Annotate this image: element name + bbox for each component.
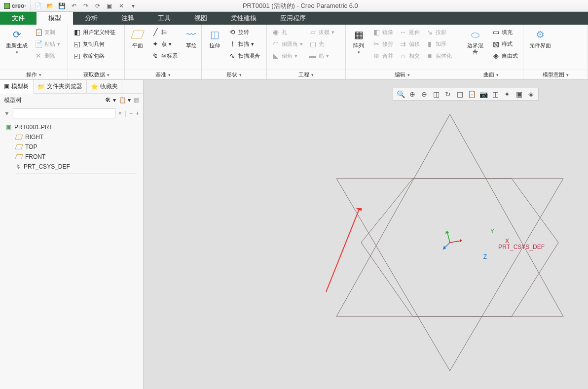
copy-geom-button[interactable]: ◱复制几何: [71, 38, 117, 49]
open-icon[interactable]: 📂: [46, 2, 54, 10]
new-icon[interactable]: 📄: [35, 2, 42, 10]
udf-button[interactable]: ◧用户定义特征: [71, 27, 117, 37]
tree-plane-front[interactable]: FRONT: [6, 152, 137, 162]
paste-button[interactable]: 📄粘贴 ▾: [33, 38, 62, 49]
datum-display-icon[interactable]: ✦: [502, 89, 513, 99]
freestyle-button[interactable]: ◈自由式: [490, 50, 520, 61]
save-icon[interactable]: 💾: [58, 2, 66, 10]
fill-button[interactable]: ▭填充: [490, 27, 520, 37]
chamfer-button[interactable]: ◣倒角 ▾: [270, 50, 305, 61]
tree-plane-right[interactable]: RIGHT: [6, 132, 137, 142]
csys-icon: ↯: [16, 163, 21, 170]
tab-apps[interactable]: 应用程序: [268, 12, 318, 25]
collapse-icon[interactable]: −: [129, 110, 133, 117]
axis-button[interactable]: ╱轴: [149, 27, 180, 37]
group-eng[interactable]: 工程: [267, 70, 345, 79]
sweep-blend-button[interactable]: ∿扫描混合: [226, 50, 262, 61]
tab-annotate[interactable]: 注释: [110, 12, 146, 25]
redo-icon[interactable]: ↷: [82, 2, 90, 10]
dropdown-icon[interactable]: ▾: [129, 2, 137, 10]
clear-icon[interactable]: ×: [118, 110, 122, 117]
graphics-canvas[interactable]: 🔍 ⊕ ⊖ ◫ ↻ ◳ 📋 📷 ◫ ✦ ▣ ◈: [144, 80, 588, 389]
group-ops[interactable]: 操作: [0, 70, 68, 79]
draft-button[interactable]: ▱拔模 ▾: [307, 27, 336, 37]
tab-folder-browser[interactable]: 📁文件夹浏览器: [34, 80, 87, 93]
boundary-button[interactable]: ⬭ 边界混合: [462, 27, 488, 56]
tree-root[interactable]: ▣ PRT0001.PRT: [6, 122, 137, 132]
regenerate-button[interactable]: ⟳ 重新生成 ▾: [3, 27, 31, 56]
tab-flex[interactable]: 柔性建模: [219, 12, 268, 25]
window-icon[interactable]: ▣: [106, 2, 113, 10]
spin-icon[interactable]: ↻: [442, 89, 453, 99]
sweep-button[interactable]: ⌇扫描 ▾: [226, 38, 262, 49]
shrinkwrap-button[interactable]: ◰收缩包络: [71, 50, 117, 61]
group-surface[interactable]: 曲面: [459, 70, 523, 79]
offset-button[interactable]: ⇉偏移: [397, 38, 422, 49]
pattern-button[interactable]: ▦ 阵列 ▾: [349, 27, 368, 56]
tab-model[interactable]: 模型: [37, 12, 73, 25]
group-intent[interactable]: 模型意图: [523, 70, 588, 79]
sketch-button[interactable]: 〰 草绘: [182, 27, 201, 50]
csys-icon: ↯: [151, 52, 159, 60]
tab-file[interactable]: 文件: [0, 12, 37, 25]
trim-button[interactable]: ✂修剪: [370, 38, 395, 49]
svg-marker-5: [460, 239, 462, 243]
comp-iface-button[interactable]: ⚙ 元件界面: [526, 27, 554, 50]
tab-favorites[interactable]: ⭐收藏夹: [87, 80, 122, 93]
close-icon[interactable]: ✕: [117, 2, 125, 10]
merge-button[interactable]: ⊕合并: [370, 50, 395, 61]
tab-view[interactable]: 视图: [183, 12, 219, 25]
zoom-fit-icon[interactable]: 🔍: [395, 89, 406, 99]
named-view-icon[interactable]: ◳: [454, 89, 465, 99]
shell-button[interactable]: ▢壳: [307, 38, 336, 49]
regen-quick-icon[interactable]: ⟳: [94, 2, 102, 10]
rib-button[interactable]: ▬筋 ▾: [307, 50, 336, 61]
zoom-out-icon[interactable]: ⊖: [419, 89, 430, 99]
display-style-icon[interactable]: ◫: [490, 89, 501, 99]
extrude-icon: ◫: [208, 28, 221, 41]
tools-icon[interactable]: 🛠 ▾: [105, 97, 115, 104]
undo-icon[interactable]: ↶: [70, 2, 78, 10]
group-getdata[interactable]: 获取数据: [68, 70, 124, 79]
expand-icon[interactable]: +: [136, 110, 139, 117]
tab-analysis[interactable]: 分析: [73, 12, 110, 25]
delete-button[interactable]: ✕删除: [33, 50, 62, 61]
layout-icon[interactable]: ▦: [134, 97, 139, 104]
hole-button[interactable]: ◉孔: [270, 27, 305, 37]
tab-model-tree[interactable]: ▣模型树: [0, 80, 34, 94]
filter-icon[interactable]: ▼: [4, 110, 10, 117]
round-button[interactable]: ◠倒圆角 ▾: [270, 38, 305, 49]
revolve-button[interactable]: ⟲旋转: [226, 27, 262, 37]
extrude-button[interactable]: ◫ 拉伸: [205, 27, 224, 50]
csys-button[interactable]: ↯坐标系: [149, 50, 180, 61]
logo-text: creo·: [12, 2, 26, 9]
thicken-button[interactable]: ▮加厚: [424, 38, 454, 49]
plane-button[interactable]: 平面: [128, 27, 147, 50]
tree-plane-top[interactable]: TOP: [6, 142, 137, 152]
annotation-icon[interactable]: ▣: [514, 89, 524, 99]
chamfer-icon: ◣: [272, 52, 280, 60]
zoom-in-icon[interactable]: ⊕: [407, 89, 418, 99]
saved-view-icon[interactable]: 📋: [466, 89, 477, 99]
group-edit[interactable]: 编辑: [346, 70, 459, 79]
title-bar: creo· 📄 📂 💾 ↶ ↷ ⟳ ▣ ✕ ▾ PRT0001 (活动的) - …: [0, 0, 588, 12]
project-button[interactable]: ↘投影: [424, 27, 454, 37]
style-button[interactable]: ▧样式: [490, 38, 520, 49]
mirror-button[interactable]: ◧镜像: [370, 27, 395, 37]
search-input[interactable]: [13, 108, 115, 118]
tree-csys[interactable]: ↯ PRT_CSYS_DEF: [6, 162, 137, 172]
solidify-button[interactable]: ■实体化: [424, 50, 454, 61]
perspective-icon[interactable]: ◈: [525, 89, 536, 99]
extend-button[interactable]: ↔延伸: [397, 27, 422, 37]
settings-icon[interactable]: 📋 ▾: [119, 97, 131, 104]
intersect-button[interactable]: ∩相交: [397, 50, 422, 61]
group-shape[interactable]: 形状: [202, 70, 266, 79]
snapshot-icon[interactable]: 📷: [478, 89, 489, 99]
refit-icon[interactable]: ◫: [431, 89, 441, 99]
tab-tools[interactable]: 工具: [146, 12, 183, 25]
axis-y-label: Y: [490, 228, 494, 235]
point-button[interactable]: ✦点 ▾: [149, 38, 180, 49]
group-datum[interactable]: 基准: [125, 70, 201, 79]
copy-button[interactable]: 📋复制: [33, 27, 62, 37]
sketch-geometry: [331, 109, 568, 376]
